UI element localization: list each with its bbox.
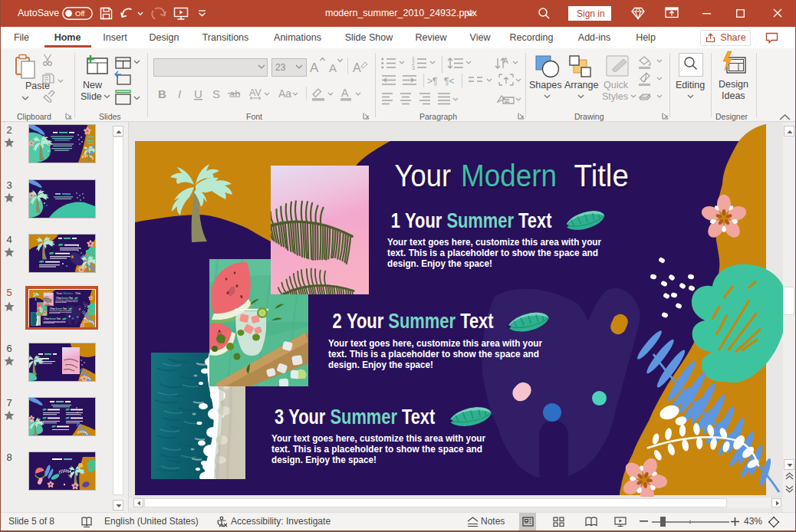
svg-text:23: 23: [275, 62, 286, 73]
svg-text:Designer: Designer: [715, 112, 748, 121]
svg-text:Paragraph: Paragraph: [419, 112, 457, 121]
svg-text:Font: Font: [246, 112, 262, 121]
svg-text:Slide: Slide: [81, 91, 102, 102]
svg-text:A: A: [329, 61, 337, 74]
svg-text:Off: Off: [75, 9, 85, 18]
svg-text:U: U: [194, 87, 202, 100]
svg-text:Shapes: Shapes: [529, 80, 561, 90]
svg-text:3: 3: [412, 65, 415, 71]
svg-text:A: A: [353, 61, 361, 74]
svg-text:New: New: [83, 80, 103, 90]
svg-text:A: A: [310, 61, 319, 75]
svg-text:AV: AV: [249, 87, 261, 98]
svg-text:B: B: [158, 87, 166, 100]
svg-text:¶<: ¶<: [444, 76, 454, 87]
svg-text:Styles: Styles: [602, 91, 628, 102]
svg-text:Design: Design: [719, 79, 748, 90]
svg-text:Arrange: Arrange: [564, 80, 599, 90]
svg-text:Drawing: Drawing: [574, 112, 604, 121]
svg-text:Quick: Quick: [604, 80, 629, 90]
svg-text:A: A: [341, 87, 349, 99]
svg-text:>¶: >¶: [427, 76, 437, 87]
svg-text:Clipboard: Clipboard: [17, 112, 51, 121]
svg-text:A: A: [503, 57, 508, 65]
svg-text:Slides: Slides: [99, 112, 121, 121]
svg-text:S: S: [212, 87, 220, 100]
svg-text:Aa: Aa: [278, 87, 291, 100]
svg-text:Ideas: Ideas: [722, 90, 745, 101]
svg-text:I: I: [178, 87, 181, 100]
svg-text:Editing: Editing: [676, 80, 705, 90]
